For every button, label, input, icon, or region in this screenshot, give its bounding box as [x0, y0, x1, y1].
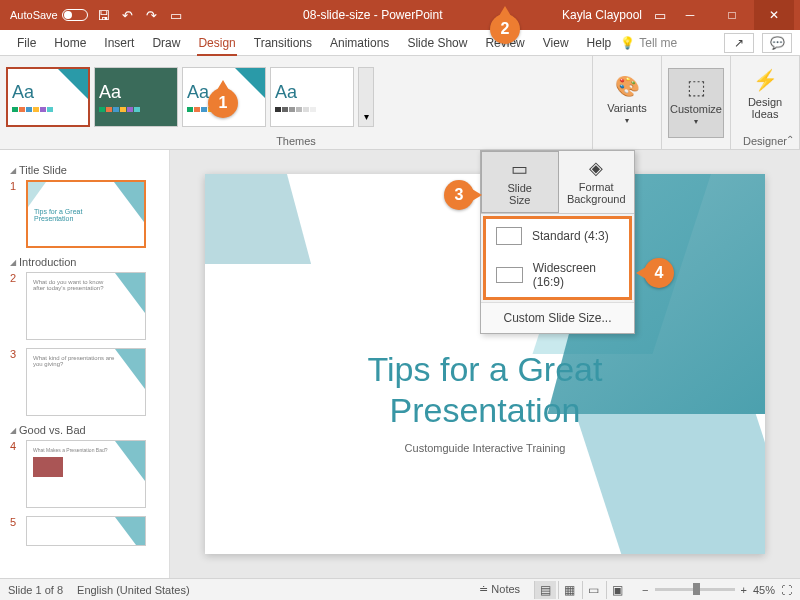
customize-button[interactable]: ⬚ Customize▾: [668, 68, 724, 138]
tab-slideshow[interactable]: Slide Show: [398, 30, 476, 56]
tell-me-search[interactable]: 💡 Tell me: [620, 36, 677, 50]
slideshow-view-button[interactable]: ▣: [606, 581, 628, 599]
zoom-control[interactable]: − + 45% ⛶: [642, 584, 792, 596]
slide-sorter-view-button[interactable]: ▦: [558, 581, 580, 599]
tab-view[interactable]: View: [534, 30, 578, 56]
close-button[interactable]: ✕: [754, 0, 794, 30]
fit-to-window-button[interactable]: ⛶: [781, 584, 792, 596]
format-background-button[interactable]: ◈ Format Background: [559, 151, 635, 213]
slide-thumb-5[interactable]: [26, 516, 146, 546]
zoom-slider[interactable]: [655, 588, 735, 591]
callout-1: 1: [208, 88, 238, 118]
collapse-ribbon-icon[interactable]: ⌃: [786, 134, 794, 145]
tab-home[interactable]: Home: [45, 30, 95, 56]
slide-size-button[interactable]: ▭ Slide Size: [481, 151, 559, 213]
slide-thumb-4[interactable]: What Makes a Presentation Bad?: [26, 440, 146, 508]
tab-draw[interactable]: Draw: [143, 30, 189, 56]
theme-thumb-1[interactable]: Aa: [6, 67, 90, 127]
tab-insert[interactable]: Insert: [95, 30, 143, 56]
minimize-button[interactable]: ─: [670, 0, 710, 30]
slide-thumb-1[interactable]: Tips for a GreatPresentation: [26, 180, 146, 248]
tab-transitions[interactable]: Transitions: [245, 30, 321, 56]
callout-3: 3: [444, 180, 474, 210]
ribbon-tabs: File Home Insert Draw Design Transitions…: [0, 30, 800, 56]
slide-thumb-3[interactable]: What kind of presentations areyou giving…: [26, 348, 146, 416]
design-ideas-icon: ⚡: [749, 66, 781, 94]
app-name: PowerPoint: [381, 8, 442, 22]
tab-help[interactable]: Help: [578, 30, 621, 56]
zoom-in-button[interactable]: +: [741, 584, 747, 596]
designer-group-label: Designer: [737, 133, 793, 147]
slide-thumb-2[interactable]: What do you want to knowafter today's pr…: [26, 272, 146, 340]
slide-thumbnails-panel[interactable]: Title Slide 1 Tips for a GreatPresentati…: [0, 150, 170, 578]
document-title: 08-slide-size: [303, 8, 370, 22]
title-bar: AutoSave 🖫 ↶ ↷ ▭ 08-slide-size - PowerPo…: [0, 0, 800, 30]
section-title-slide[interactable]: Title Slide: [10, 164, 159, 176]
section-good-vs-bad[interactable]: Good vs. Bad: [10, 424, 159, 436]
tab-design[interactable]: Design: [189, 30, 244, 56]
slide-counter[interactable]: Slide 1 of 8: [8, 584, 63, 596]
autosave-toggle[interactable]: AutoSave: [10, 9, 88, 21]
custom-slide-size-option[interactable]: Custom Slide Size...: [481, 302, 634, 333]
customize-icon: ⬚: [680, 73, 712, 101]
slide-size-options: Standard (4:3) Widescreen (16:9): [483, 216, 632, 300]
tab-file[interactable]: File: [8, 30, 45, 56]
callout-4: 4: [644, 258, 674, 288]
normal-view-button[interactable]: ▤: [534, 581, 556, 599]
slide-size-icon: ▭: [511, 158, 528, 180]
customize-dropdown: ▭ Slide Size ◈ Format Background Standar…: [480, 150, 635, 334]
tab-animations[interactable]: Animations: [321, 30, 398, 56]
search-icon: 💡: [620, 36, 635, 50]
comments-button[interactable]: 💬: [762, 33, 792, 53]
ribbon-display-icon[interactable]: ▭: [652, 7, 668, 23]
format-background-icon: ◈: [589, 157, 603, 179]
start-slideshow-icon[interactable]: ▭: [168, 7, 184, 23]
theme-thumb-4[interactable]: Aa: [270, 67, 354, 127]
standard-4-3-option[interactable]: Standard (4:3): [486, 219, 629, 253]
variants-button[interactable]: 🎨 Variants▾: [599, 68, 655, 138]
undo-icon[interactable]: ↶: [120, 7, 136, 23]
ribbon-design: Aa Aa Aa Aa ▾ Themes 🎨 Variants▾: [0, 56, 800, 150]
widescreen-16-9-option[interactable]: Widescreen (16:9): [486, 253, 629, 297]
status-bar: Slide 1 of 8 English (United States) ≐ N…: [0, 578, 800, 600]
variants-icon: 🎨: [611, 72, 643, 100]
themes-more-button[interactable]: ▾: [358, 67, 374, 127]
redo-icon[interactable]: ↷: [144, 7, 160, 23]
zoom-level[interactable]: 45%: [753, 584, 775, 596]
save-icon[interactable]: 🖫: [96, 7, 112, 23]
section-introduction[interactable]: Introduction: [10, 256, 159, 268]
share-button[interactable]: ↗: [724, 33, 754, 53]
language-status[interactable]: English (United States): [77, 584, 190, 596]
user-name: Kayla Claypool: [562, 8, 642, 22]
design-ideas-button[interactable]: ⚡ Design Ideas: [737, 62, 793, 132]
notes-button[interactable]: ≐ Notes: [479, 583, 520, 596]
slide-title: Tips for a Great Presentation: [205, 349, 765, 431]
theme-thumb-2[interactable]: Aa: [94, 67, 178, 127]
maximize-button[interactable]: □: [712, 0, 752, 30]
slide-subtitle: Customguide Interactive Training: [205, 442, 765, 454]
zoom-out-button[interactable]: −: [642, 584, 648, 596]
callout-2: 2: [490, 14, 520, 44]
themes-group-label: Themes: [6, 133, 586, 147]
reading-view-button[interactable]: ▭: [582, 581, 604, 599]
